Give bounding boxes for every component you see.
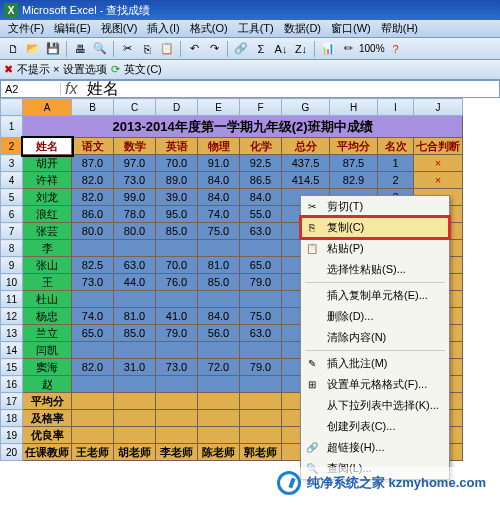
name-cell[interactable]: 兰立	[23, 325, 72, 342]
data-cell[interactable]: 82.5	[72, 257, 114, 274]
formula-value[interactable]: 姓名	[81, 79, 499, 100]
cut-icon[interactable]: ✂	[118, 40, 136, 58]
data-cell[interactable]: 85.0	[198, 274, 240, 291]
menu-view[interactable]: 视图(V)	[97, 20, 142, 37]
data-cell[interactable]: 82.0	[72, 359, 114, 376]
data-cell[interactable]: 95.0	[156, 206, 198, 223]
ctx-item[interactable]: 🔗超链接(H)...	[301, 437, 449, 458]
row-header[interactable]: 12	[1, 308, 23, 325]
data-cell[interactable]: 63.0	[240, 223, 282, 240]
summary-cell[interactable]	[72, 393, 114, 410]
data-cell[interactable]: 84.0	[198, 172, 240, 189]
col-header-cell[interactable]: 姓名	[23, 138, 72, 155]
link-icon[interactable]: 🔗	[232, 40, 250, 58]
data-cell[interactable]: 437.5	[282, 155, 330, 172]
data-cell[interactable]: 41.0	[156, 308, 198, 325]
data-cell[interactable]: 55.0	[240, 206, 282, 223]
row-header[interactable]: 19	[1, 427, 23, 444]
data-cell[interactable]: 78.0	[114, 206, 156, 223]
data-cell[interactable]	[114, 376, 156, 393]
data-cell[interactable]: 56.0	[198, 325, 240, 342]
preview-icon[interactable]: 🔍	[91, 40, 109, 58]
opt-noprompt[interactable]: 不提示 ×	[17, 62, 59, 77]
sort-desc-icon[interactable]: Z↓	[292, 40, 310, 58]
data-cell[interactable]	[72, 376, 114, 393]
data-cell[interactable]: 99.0	[114, 189, 156, 206]
col-header-cell[interactable]: 平均分	[330, 138, 378, 155]
open-icon[interactable]: 📂	[24, 40, 42, 58]
summary-cell[interactable]	[198, 410, 240, 427]
ctx-item[interactable]: 📋粘贴(P)	[301, 238, 449, 259]
ctx-item[interactable]: ✎插入批注(M)	[301, 353, 449, 374]
summary-cell[interactable]: 王老师	[72, 444, 114, 461]
menu-data[interactable]: 数据(D)	[280, 20, 325, 37]
ctx-item[interactable]: 删除(D)...	[301, 306, 449, 327]
name-cell[interactable]: 杜山	[23, 291, 72, 308]
menu-tools[interactable]: 工具(T)	[234, 20, 278, 37]
row-header[interactable]: 18	[1, 410, 23, 427]
name-cell[interactable]: 张山	[23, 257, 72, 274]
ctx-item[interactable]: 插入复制单元格(E)...	[301, 285, 449, 306]
ctx-item[interactable]: 从下拉列表中选择(K)...	[301, 395, 449, 416]
row-header[interactable]: 4	[1, 172, 23, 189]
data-cell[interactable]: 79.0	[240, 274, 282, 291]
data-cell[interactable]: 73.0	[156, 359, 198, 376]
ctx-item[interactable]: 创建列表(C)...	[301, 416, 449, 437]
data-cell[interactable]: 74.0	[72, 308, 114, 325]
col-header-A[interactable]: A	[23, 99, 72, 116]
menu-window[interactable]: 窗口(W)	[327, 20, 375, 37]
col-header-cell[interactable]: 物理	[198, 138, 240, 155]
menu-file[interactable]: 文件(F)	[4, 20, 48, 37]
row-header[interactable]: 16	[1, 376, 23, 393]
data-cell[interactable]: 76.0	[156, 274, 198, 291]
summary-label[interactable]: 任课教师	[23, 444, 72, 461]
data-cell[interactable]: 82.0	[72, 189, 114, 206]
name-cell[interactable]: 赵	[23, 376, 72, 393]
data-cell[interactable]: 65.0	[240, 257, 282, 274]
ctx-item[interactable]: ✂剪切(T)	[301, 196, 449, 217]
col-header-J[interactable]: J	[414, 99, 463, 116]
data-cell[interactable]: 97.0	[114, 155, 156, 172]
data-cell[interactable]: 81.0	[198, 257, 240, 274]
ctx-item[interactable]: 选择性粘贴(S)...	[301, 259, 449, 280]
summary-label[interactable]: 平均分	[23, 393, 72, 410]
col-header-cell[interactable]: 总分	[282, 138, 330, 155]
data-cell[interactable]: 31.0	[114, 359, 156, 376]
zoom-value[interactable]: 100%	[359, 43, 385, 54]
row-header[interactable]: 9	[1, 257, 23, 274]
name-cell[interactable]: 许祥	[23, 172, 72, 189]
data-cell[interactable]: 75.0	[198, 223, 240, 240]
close-options-icon[interactable]: ✖	[4, 63, 13, 76]
col-header-E[interactable]: E	[198, 99, 240, 116]
menu-format[interactable]: 格式(O)	[186, 20, 232, 37]
col-header-F[interactable]: F	[240, 99, 282, 116]
data-cell[interactable]: 63.0	[240, 325, 282, 342]
data-cell[interactable]: 92.5	[240, 155, 282, 172]
data-cell[interactable]	[198, 376, 240, 393]
save-icon[interactable]: 💾	[44, 40, 62, 58]
data-cell[interactable]	[198, 342, 240, 359]
data-cell[interactable]: 414.5	[282, 172, 330, 189]
name-cell[interactable]: 张芸	[23, 223, 72, 240]
print-icon[interactable]: 🖶	[71, 40, 89, 58]
data-cell[interactable]: 73.0	[114, 172, 156, 189]
data-cell[interactable]	[72, 291, 114, 308]
summary-cell[interactable]	[114, 393, 156, 410]
summary-label[interactable]: 优良率	[23, 427, 72, 444]
sort-asc-icon[interactable]: A↓	[272, 40, 290, 58]
data-cell[interactable]: 79.0	[156, 325, 198, 342]
data-cell[interactable]: 70.0	[156, 155, 198, 172]
data-cell[interactable]: 80.0	[114, 223, 156, 240]
data-cell[interactable]: 74.0	[198, 206, 240, 223]
data-cell[interactable]	[156, 376, 198, 393]
data-cell[interactable]: 65.0	[72, 325, 114, 342]
summary-cell[interactable]	[156, 427, 198, 444]
chart-icon[interactable]: 📊	[319, 40, 337, 58]
data-cell[interactable]	[240, 376, 282, 393]
new-icon[interactable]: 🗋	[4, 40, 22, 58]
row-header[interactable]: 8	[1, 240, 23, 257]
data-cell[interactable]: 86.0	[72, 206, 114, 223]
refresh-icon[interactable]: ⟳	[111, 63, 120, 76]
ctx-item[interactable]: ⊞设置单元格格式(F)...	[301, 374, 449, 395]
col-header-D[interactable]: D	[156, 99, 198, 116]
